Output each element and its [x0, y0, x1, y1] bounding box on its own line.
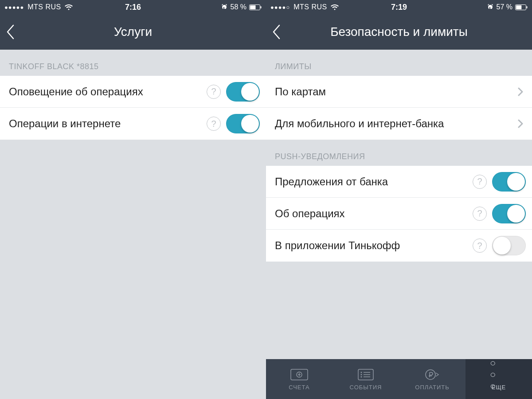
chevron-right-icon: [515, 86, 526, 97]
tab-bar: СЧЕТА СОБЫТИЯ ОПЛАТИТЬ ○ ○ ○ ЕЩЕ: [266, 359, 532, 399]
svg-rect-1: [250, 5, 256, 9]
more-icon: ○ ○ ○: [490, 368, 508, 381]
list-group-card-services: Оповещение об операциях ? Операции в инт…: [0, 76, 266, 140]
svg-rect-4: [516, 5, 521, 9]
nav-bar: Безопасность и лимиты: [266, 14, 532, 50]
pay-ruble-icon: [423, 368, 441, 381]
tab-label: ЕЩЕ: [492, 384, 506, 391]
row-label: Для мобильного и интернет-банка: [275, 117, 512, 130]
toggle-internet-ops[interactable]: [226, 114, 260, 133]
status-time: 7:19: [391, 3, 407, 12]
chevron-left-icon: [272, 24, 280, 39]
toggle-knob: [241, 115, 259, 133]
row-push-offers: Предложения от банка ?: [266, 166, 532, 198]
row-label: Об операциях: [275, 207, 467, 220]
row-label: В приложении Тинькофф: [275, 239, 467, 252]
list-group-limits: По картам Для мобильного и интернет-банк…: [266, 76, 532, 140]
help-icon[interactable]: ?: [473, 175, 487, 189]
row-limits-cards[interactable]: По картам: [266, 76, 532, 108]
svg-rect-5: [527, 6, 528, 8]
toggle-knob: [241, 83, 259, 101]
toggle-push-offers[interactable]: [492, 172, 526, 192]
row-label: Предложения от банка: [275, 176, 467, 188]
tab-pay[interactable]: ОПЛАТИТЬ: [399, 359, 466, 399]
help-icon[interactable]: ?: [473, 239, 487, 253]
svg-point-10: [361, 374, 362, 375]
battery-icon: [515, 4, 528, 10]
row-push-operations: Об операциях ?: [266, 198, 532, 230]
status-time: 7:16: [125, 3, 141, 12]
toggle-knob: [507, 173, 525, 191]
page-title: Безопасность и лимиты: [330, 25, 468, 39]
svg-point-9: [361, 372, 362, 373]
row-limits-mobile-internet[interactable]: Для мобильного и интернет-банка: [266, 108, 532, 140]
svg-point-12: [426, 370, 435, 379]
screen-security-limits: ●●●●○ MTS RUS 7:19 57 % Безопасность и л…: [266, 0, 532, 399]
carrier-label: MTS RUS: [27, 3, 61, 11]
row-label: По картам: [275, 86, 512, 98]
battery-icon: [249, 4, 262, 10]
section-header-push: PUSH-УВЕДОМЛЕНИЯ: [266, 140, 532, 166]
alarm-icon: [487, 4, 494, 11]
battery-percent: 58 %: [231, 3, 246, 11]
help-icon[interactable]: ?: [473, 207, 487, 221]
list-group-push: Предложения от банка ? Об операциях ? В …: [266, 166, 532, 262]
row-push-inapp: В приложении Тинькофф ?: [266, 230, 532, 262]
toggle-knob: [507, 205, 525, 223]
svg-point-11: [361, 376, 362, 377]
status-bar: ●●●●○ MTS RUS 7:19 57 %: [266, 0, 532, 14]
tab-label: ОПЛАТИТЬ: [415, 384, 449, 391]
toggle-push-operations[interactable]: [492, 204, 526, 223]
row-internet-ops: Операции в интернете ?: [0, 108, 266, 140]
back-button[interactable]: [272, 23, 290, 41]
battery-percent: 57 %: [497, 3, 512, 11]
tab-more[interactable]: ○ ○ ○ ЕЩЕ: [466, 359, 532, 399]
tab-label: СОБЫТИЯ: [350, 384, 382, 391]
carrier-label: MTS RUS: [293, 3, 327, 11]
help-icon[interactable]: ?: [207, 117, 221, 131]
signal-dots-icon: ●●●●○: [270, 4, 290, 11]
money-icon: [290, 368, 308, 381]
toggle-push-inapp[interactable]: [492, 236, 526, 255]
chevron-left-icon: [6, 24, 14, 39]
chevron-right-icon: [515, 118, 526, 129]
help-icon[interactable]: ?: [207, 85, 221, 99]
list-icon: [357, 368, 375, 381]
wifi-icon: [65, 4, 73, 10]
row-label: Оповещение об операциях: [9, 86, 201, 98]
row-label: Операции в интернете: [9, 117, 201, 130]
tab-events[interactable]: СОБЫТИЯ: [332, 359, 399, 399]
tab-accounts[interactable]: СЧЕТА: [266, 359, 332, 399]
page-title: Услуги: [114, 25, 152, 39]
section-header-card: TINKOFF BLACK *8815: [0, 50, 266, 76]
svg-rect-2: [261, 6, 262, 8]
status-bar: ●●●●● MTS RUS 7:16 58 %: [0, 0, 266, 14]
toggle-knob: [493, 237, 511, 254]
signal-dots-icon: ●●●●●: [4, 4, 24, 11]
alarm-icon: [221, 4, 228, 11]
tab-label: СЧЕТА: [289, 384, 309, 391]
nav-bar: Услуги: [0, 14, 266, 50]
row-notifications: Оповещение об операциях ?: [0, 76, 266, 108]
toggle-notifications[interactable]: [226, 82, 260, 102]
wifi-icon: [331, 4, 339, 10]
screen-services: ●●●●● MTS RUS 7:16 58 % Услуги TINKOFF B…: [0, 0, 266, 399]
section-header-limits: ЛИМИТЫ: [266, 50, 532, 76]
back-button[interactable]: [6, 23, 24, 41]
